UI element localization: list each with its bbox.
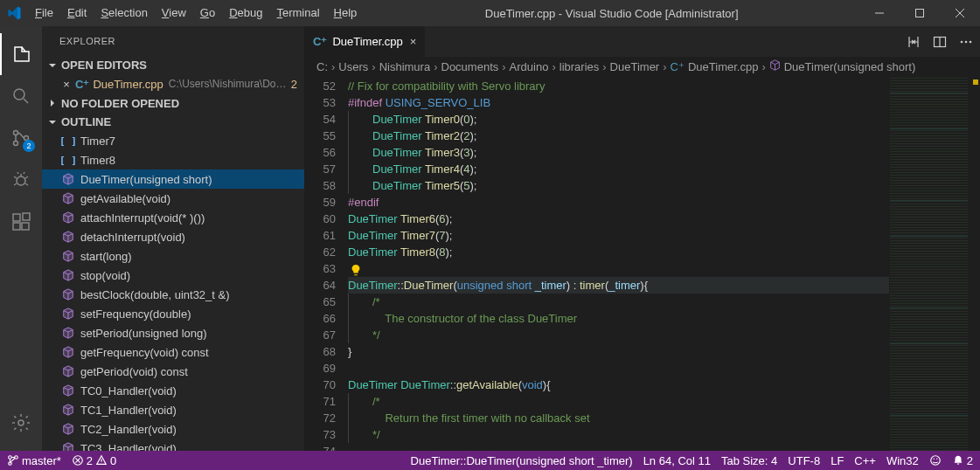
breadcrumb-segment[interactable]: DueTimer — [610, 60, 660, 73]
outline-item[interactable]: stop(void) — [42, 266, 304, 285]
minimap[interactable] — [889, 76, 968, 451]
error-icon — [72, 454, 84, 467]
status-cursor-pos[interactable]: Ln 64, Col 11 — [643, 454, 711, 467]
status-eol[interactable]: LF — [831, 454, 844, 467]
overview-ruler[interactable] — [968, 76, 980, 451]
split-editor-icon[interactable] — [933, 35, 947, 49]
menu-file[interactable]: File — [28, 0, 60, 26]
outline-item[interactable]: TC3_Handler(void) — [42, 439, 304, 451]
status-problems[interactable]: 2 0 — [72, 454, 116, 467]
outline-item[interactable]: getAvailable(void) — [42, 189, 304, 208]
more-actions-icon[interactable] — [959, 35, 973, 49]
outline-item[interactable]: setFrequency(double) — [42, 304, 304, 323]
close-button[interactable] — [940, 0, 980, 26]
settings-gear-icon[interactable] — [0, 402, 42, 444]
tab-close-icon[interactable]: × — [410, 35, 417, 48]
outline-item-label: attachInterrupt(void(* )()) — [80, 211, 205, 225]
breadcrumb-separator: › — [552, 60, 555, 73]
breadcrumb-segment[interactable]: C: — [316, 60, 328, 73]
cpp-file-icon: C⁺ — [671, 60, 685, 73]
outline-item[interactable]: setPeriod(unsigned long) — [42, 323, 304, 342]
menu-help[interactable]: Help — [327, 0, 365, 26]
outline-item[interactable]: [ ]Timer7 — [42, 131, 304, 150]
menu-debug[interactable]: Debug — [222, 0, 269, 26]
breadcrumb-separator: › — [502, 60, 505, 73]
menu-terminal[interactable]: Terminal — [269, 0, 326, 26]
breadcrumb-separator: › — [761, 60, 765, 73]
svg-rect-6 — [13, 214, 20, 221]
outline-item[interactable]: detachInterrupt(void) — [42, 227, 304, 246]
outline-item[interactable]: getFrequency(void) const — [42, 342, 304, 362]
breadcrumb-segment[interactable]: DueTimer.cpp — [688, 60, 758, 73]
status-notifications[interactable]: 2 — [952, 454, 973, 467]
outline-item[interactable]: TC0_Handler(void) — [42, 381, 304, 400]
code-area[interactable]: 5253545556575859606162636465666768697071… — [304, 76, 980, 451]
outline-item[interactable]: getPeriod(void) const — [42, 362, 304, 381]
breadcrumb-segment[interactable]: libraries — [560, 60, 600, 73]
menu-go[interactable]: Go — [193, 0, 222, 26]
cpp-file-icon: C⁺ — [75, 78, 89, 91]
status-platform[interactable]: Win32 — [886, 454, 919, 467]
breadcrumb-segment[interactable]: Nishimura — [379, 60, 431, 73]
menu-selection[interactable]: Selection — [94, 0, 154, 26]
svg-rect-9 — [23, 213, 30, 220]
variable-icon: [ ] — [61, 134, 75, 148]
window-title: DueTimer.cpp - Visual Studio Code [Admin… — [364, 7, 859, 20]
breadcrumb-segment[interactable]: Arduino — [510, 60, 549, 73]
outline-item[interactable]: DueTimer(unsigned short) — [42, 169, 304, 189]
status-context[interactable]: DueTimer::DueTimer(unsigned short _timer… — [411, 454, 633, 467]
svg-point-14 — [970, 40, 972, 43]
search-view-icon[interactable] — [0, 75, 42, 117]
status-encoding[interactable]: UTF-8 — [788, 454, 820, 467]
explorer-view-icon[interactable] — [0, 33, 42, 75]
outline-item[interactable]: bestClock(double, uint32_t &) — [42, 285, 304, 304]
menu-view[interactable]: View — [155, 0, 193, 26]
editor-tab[interactable]: C⁺ DueTimer.cpp × — [304, 26, 426, 57]
smiley-icon — [929, 454, 942, 467]
open-editors-section[interactable]: OPEN EDITORS — [42, 56, 304, 75]
lightbulb-icon[interactable] — [348, 262, 362, 275]
svg-point-10 — [18, 420, 24, 425]
method-icon — [61, 287, 75, 301]
outline-item-label: getPeriod(void) const — [80, 365, 188, 378]
breadcrumb-separator: › — [602, 60, 606, 73]
maximize-button[interactable] — [900, 0, 940, 26]
method-icon — [61, 307, 75, 321]
outline-item[interactable]: TC1_Handler(void) — [42, 400, 304, 419]
debug-view-icon[interactable] — [0, 159, 42, 201]
breadcrumb-segment[interactable]: Documents — [441, 60, 499, 73]
outline-item[interactable]: attachInterrupt(void(* )()) — [42, 208, 304, 227]
extensions-view-icon[interactable] — [0, 201, 42, 243]
open-editor-dirty: 2 — [291, 78, 297, 91]
status-branch[interactable]: master* — [7, 454, 61, 467]
breadcrumb-segment[interactable]: DueTimer(unsigned short) — [784, 60, 916, 73]
outline-item-label: getAvailable(void) — [80, 192, 170, 205]
outline-item[interactable]: TC2_Handler(void) — [42, 419, 304, 439]
code-content[interactable]: // Fix for compatibility with Servo libr… — [348, 76, 889, 451]
compare-changes-icon[interactable] — [907, 35, 921, 49]
method-icon — [61, 249, 75, 263]
method-icon — [61, 364, 75, 378]
svg-point-21 — [936, 459, 937, 460]
open-editor-item[interactable]: × C⁺ DueTimer.cpp C:\Users\Nishimura\Doc… — [42, 75, 304, 94]
breadcrumb[interactable]: C:›Users›Nishimura›Documents›Arduino›lib… — [304, 57, 980, 76]
menu-edit[interactable]: Edit — [60, 0, 94, 26]
outline-item[interactable]: start(long) — [42, 246, 304, 266]
status-language[interactable]: C++ — [854, 454, 876, 467]
chevron-down-icon — [45, 115, 59, 129]
status-feedback[interactable] — [929, 454, 942, 467]
no-folder-section[interactable]: NO FOLDER OPENED — [42, 93, 304, 113]
method-icon — [61, 172, 75, 186]
breadcrumb-segment[interactable]: Users — [338, 60, 368, 73]
status-tabsize[interactable]: Tab Size: 4 — [721, 454, 777, 467]
method-icon — [769, 59, 781, 73]
scm-view-icon[interactable]: 2 — [0, 117, 42, 159]
activity-bar: 2 — [0, 26, 42, 451]
outline-section[interactable]: OUTLINE — [42, 113, 304, 132]
overview-marker — [973, 79, 978, 85]
outline-item[interactable]: [ ]Timer8 — [42, 150, 304, 169]
svg-rect-7 — [13, 223, 20, 230]
outline-item-label: Timer8 — [80, 154, 115, 167]
minimize-button[interactable] — [859, 0, 900, 26]
close-editor-icon[interactable]: × — [59, 78, 73, 91]
